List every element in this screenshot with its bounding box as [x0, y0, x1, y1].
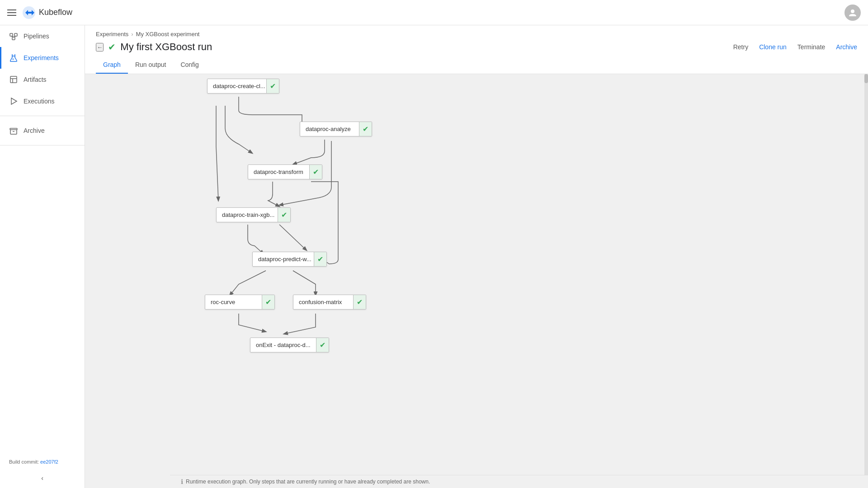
topbar-right: [844, 5, 861, 21]
build-commit-link[interactable]: ee207f2: [40, 459, 58, 465]
footer-text: Runtime execution graph. Only steps that…: [186, 479, 430, 485]
svg-marker-12: [11, 98, 17, 104]
node-success-tab: ✔: [316, 338, 329, 352]
node-dataproc-predict-w[interactable]: dataproc-predict-w... ✔: [252, 252, 327, 267]
run-status-icon: ✔: [108, 42, 116, 52]
breadcrumb-current: My XGBoost experiment: [136, 31, 200, 38]
svg-line-6: [14, 36, 16, 37]
execution-icon: [9, 97, 18, 106]
main-content: Experiments › My XGBoost experiment ← ✔ …: [85, 25, 868, 488]
svg-line-5: [11, 36, 14, 37]
tab-graph[interactable]: Graph: [96, 56, 128, 74]
back-button[interactable]: ←: [96, 43, 104, 52]
svg-rect-9: [10, 76, 17, 83]
svg-point-8: [12, 58, 14, 60]
node-success-tab: ✔: [266, 79, 279, 93]
success-check-icon: ✔: [281, 211, 287, 219]
node-label: dataproc-transform: [254, 169, 316, 175]
graph-area: dataproc-create-cl... ✔ dataproc-analyze…: [85, 74, 868, 488]
sidebar-item-experiments[interactable]: Experiments: [0, 47, 85, 69]
sidebar-divider-2: [0, 145, 85, 145]
retry-button[interactable]: Retry: [733, 43, 748, 51]
breadcrumb-experiments[interactable]: Experiments: [96, 31, 128, 38]
sidebar-label-executions: Executions: [24, 98, 54, 105]
avatar[interactable]: [844, 5, 861, 21]
node-success-tab: ✔: [359, 122, 372, 136]
page-title: My first XGBoost run: [120, 41, 212, 53]
graph-scroll[interactable]: dataproc-create-cl... ✔ dataproc-analyze…: [85, 74, 868, 488]
sidebar-label-pipelines: Pipelines: [24, 33, 49, 40]
node-label: confusion-matrix: [299, 299, 360, 305]
page-title-left: ← ✔ My first XGBoost run: [96, 41, 212, 53]
sidebar-item-archive[interactable]: Archive: [0, 120, 85, 141]
build-commit: Build commit: ee207f2: [0, 455, 85, 468]
node-confusion-matrix[interactable]: confusion-matrix ✔: [293, 295, 366, 310]
avatar-icon: [848, 8, 857, 17]
breadcrumb: Experiments › My XGBoost experiment: [96, 31, 857, 38]
node-label: dataproc-create-cl...: [213, 83, 274, 89]
tab-config[interactable]: Config: [173, 56, 206, 74]
page-actions: Retry Clone run Terminate Archive: [733, 43, 857, 51]
logo-text: Kubeflow: [39, 8, 72, 17]
archive-button[interactable]: Archive: [836, 43, 857, 51]
node-label: dataproc-predict-w...: [258, 256, 321, 263]
topbar-left: Kubeflow: [7, 5, 72, 20]
collapse-sidebar-button[interactable]: ‹: [0, 468, 85, 488]
sidebar-item-executions[interactable]: Executions: [0, 90, 85, 112]
kubeflow-logo-icon: [22, 5, 36, 20]
flow-arrows: [85, 74, 868, 436]
svg-rect-3: [14, 33, 17, 36]
collapse-icon: ‹: [41, 474, 43, 482]
node-dataproc-train-xgb[interactable]: dataproc-train-xgb... ✔: [216, 207, 291, 222]
page-header: Experiments › My XGBoost experiment ← ✔ …: [85, 25, 868, 74]
svg-point-1: [851, 9, 854, 13]
sidebar: Pipelines Experiments Arti: [0, 25, 85, 488]
node-label: onExit - dataproc-d...: [256, 342, 323, 348]
topbar: Kubeflow: [0, 0, 868, 25]
success-check-icon: ✔: [357, 298, 363, 306]
success-check-icon: ✔: [270, 82, 276, 90]
node-label: roc-curve: [211, 299, 269, 305]
svg-rect-13: [10, 128, 17, 130]
footer-info: ℹ Runtime execution graph. Only steps th…: [170, 475, 868, 488]
breadcrumb-separator: ›: [131, 31, 133, 38]
node-success-tab: ✔: [314, 252, 326, 266]
svg-rect-2: [10, 33, 13, 36]
sidebar-label-archive: Archive: [24, 127, 45, 134]
node-onexit-dataproc[interactable]: onExit - dataproc-d... ✔: [250, 338, 329, 352]
svg-rect-4: [12, 37, 15, 40]
archive-icon: [9, 126, 18, 135]
scrollbar-thumb[interactable]: [864, 74, 868, 83]
node-success-tab: ✔: [278, 208, 290, 222]
node-success-tab: ✔: [309, 165, 322, 179]
sidebar-label-artifacts: Artifacts: [24, 76, 47, 83]
logo: Kubeflow: [22, 5, 72, 20]
node-dataproc-analyze[interactable]: dataproc-analyze ✔: [300, 122, 372, 136]
menu-button[interactable]: [7, 9, 16, 16]
success-check-icon: ✔: [320, 341, 326, 349]
artifact-icon: [9, 75, 18, 84]
sidebar-item-pipelines[interactable]: Pipelines: [0, 25, 85, 47]
terminate-button[interactable]: Terminate: [797, 43, 825, 51]
node-dataproc-create-cl[interactable]: dataproc-create-cl... ✔: [207, 79, 279, 94]
info-icon: ℹ: [181, 478, 183, 485]
clone-run-button[interactable]: Clone run: [759, 43, 787, 51]
node-label: dataproc-train-xgb...: [222, 211, 285, 218]
sidebar-divider-1: [0, 116, 85, 116]
node-roc-curve[interactable]: roc-curve ✔: [205, 295, 275, 310]
node-label: dataproc-analyze: [306, 126, 366, 132]
success-check-icon: ✔: [265, 298, 271, 306]
flow-container: dataproc-create-cl... ✔ dataproc-analyze…: [85, 74, 868, 436]
pipeline-icon: [9, 32, 18, 41]
tab-run-output[interactable]: Run output: [128, 56, 174, 74]
node-dataproc-transform[interactable]: dataproc-transform ✔: [248, 164, 322, 179]
app-body: Pipelines Experiments Arti: [0, 25, 868, 488]
success-check-icon: ✔: [317, 255, 323, 263]
node-success-tab: ✔: [262, 295, 274, 309]
sidebar-label-experiments: Experiments: [24, 54, 59, 61]
page-title-row: ← ✔ My first XGBoost run Retry Clone run…: [96, 41, 857, 53]
experiment-icon: [9, 53, 18, 62]
sidebar-item-artifacts[interactable]: Artifacts: [0, 69, 85, 90]
node-success-tab: ✔: [353, 295, 366, 309]
tabs: Graph Run output Config: [96, 56, 857, 74]
